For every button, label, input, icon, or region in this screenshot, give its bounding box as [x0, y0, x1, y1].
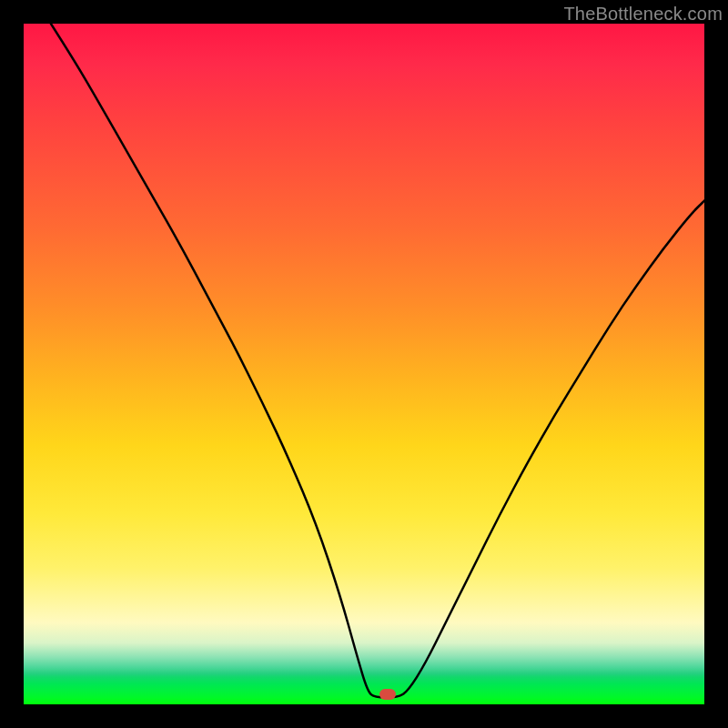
watermark-text: TheBottleneck.com [563, 4, 723, 25]
chart-stage: TheBottleneck.com [0, 0, 728, 728]
bottleneck-curve [24, 24, 704, 704]
optimum-marker [379, 689, 396, 700]
plot-area [24, 24, 704, 704]
